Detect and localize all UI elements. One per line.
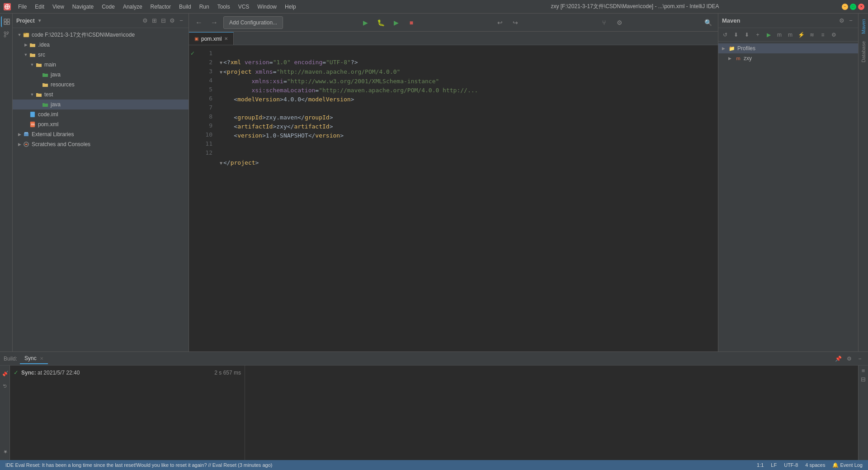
toolbar-run-with-coverage[interactable]: ▶ bbox=[390, 16, 402, 29]
tree-item-extlibs[interactable]: ▶External Libraries bbox=[13, 129, 189, 139]
minimize-button[interactable]: − bbox=[842, 4, 848, 10]
menu-item-edit[interactable]: Edit bbox=[31, 3, 48, 11]
sidebar-gear-icon[interactable]: ⚙ bbox=[169, 17, 176, 24]
close-button[interactable]: ✕ bbox=[858, 4, 864, 10]
status-line-sep[interactable]: LF bbox=[769, 462, 778, 468]
tree-item-main[interactable]: ▼main bbox=[13, 60, 189, 70]
maven-add-icon[interactable]: + bbox=[753, 30, 763, 40]
status-encoding[interactable]: UTF-8 bbox=[782, 462, 800, 468]
tree-item-idea[interactable]: ▶.idea bbox=[13, 40, 189, 50]
status-position[interactable]: 1:1 bbox=[755, 462, 765, 468]
toolbar-nav-forward[interactable]: → bbox=[208, 16, 221, 29]
toolbar-search[interactable]: 🔍 bbox=[702, 16, 714, 29]
pom-xml-tab-icon: ▣ bbox=[194, 36, 198, 41]
tree-arrow-code: ▼ bbox=[16, 32, 23, 38]
tree-item-codeiml[interactable]: code.iml bbox=[13, 109, 189, 119]
tree-arrow-extlibs: ▶ bbox=[16, 131, 23, 138]
add-configuration-button[interactable]: Add Configuration... bbox=[223, 16, 283, 29]
toolbar-vcs[interactable]: ⑂ bbox=[598, 16, 610, 29]
maven-zxy-item[interactable]: ▶ m zxy bbox=[718, 53, 858, 63]
maven-download-sources-icon[interactable]: ⬇ bbox=[731, 30, 741, 40]
git-activity-icon[interactable] bbox=[1, 29, 12, 40]
bottom-pin-icon[interactable]: 📌 bbox=[834, 354, 843, 363]
sync-tab[interactable]: Sync ✕ bbox=[20, 353, 48, 364]
tree-label-pomxml: pom.xml bbox=[38, 121, 58, 128]
project-activity-icon[interactable] bbox=[1, 16, 12, 27]
menu-item-vcs[interactable]: VCS bbox=[235, 3, 253, 11]
sidebar-expand-icon[interactable]: ⊞ bbox=[151, 17, 158, 24]
tree-item-resources[interactable]: resources bbox=[13, 80, 189, 90]
maven-right-tab[interactable]: Maven bbox=[859, 15, 868, 38]
toolbar-redo[interactable]: ↪ bbox=[509, 16, 522, 29]
favorites-vert-tab[interactable]: ★ bbox=[0, 445, 9, 458]
toolbar-stop-button[interactable]: ■ bbox=[405, 16, 418, 29]
maven-toggle-icon2[interactable]: ≡ bbox=[818, 30, 828, 40]
event-log-icon: 🔔 bbox=[832, 462, 839, 468]
menu-item-run[interactable]: Run bbox=[196, 3, 213, 11]
pom-xml-tab[interactable]: ▣ pom.xml ✕ bbox=[189, 32, 234, 45]
menu-item-refactor[interactable]: Refactor bbox=[147, 3, 175, 11]
tree-arrow-main: ▼ bbox=[29, 62, 35, 68]
sidebar-collapse-icon[interactable]: ⊟ bbox=[160, 17, 167, 24]
tree-item-code[interactable]: ▼code F:\2021-3-17文件\CSDN\Maven\code bbox=[13, 30, 189, 40]
maven-settings-btn[interactable]: ⚙ bbox=[829, 30, 839, 40]
sidebar-minimize-icon[interactable]: − bbox=[178, 17, 185, 24]
maven-download-all-icon[interactable]: ⬇ bbox=[742, 30, 752, 40]
database-right-tab[interactable]: Database bbox=[859, 38, 868, 66]
menu-item-view[interactable]: View bbox=[49, 3, 68, 11]
bottom-settings-icon[interactable]: ⚙ bbox=[844, 354, 854, 363]
toolbar-undo[interactable]: ↩ bbox=[494, 16, 506, 29]
tree-item-pomxml[interactable]: XMLpom.xml bbox=[13, 119, 189, 129]
toolbar-nav-back[interactable]: ← bbox=[193, 16, 205, 29]
tree-label-idea: .idea bbox=[38, 42, 50, 48]
sync-tab-close[interactable]: ✕ bbox=[40, 356, 43, 361]
menu-item-help[interactable]: Help bbox=[281, 3, 300, 11]
project-dropdown-icon[interactable]: ▼ bbox=[38, 18, 42, 23]
maximize-button[interactable]: □ bbox=[850, 4, 856, 10]
tree-icon-main bbox=[35, 61, 42, 68]
toolbar-debug-button[interactable]: 🐛 bbox=[374, 16, 387, 29]
svg-rect-13 bbox=[24, 133, 28, 136]
tree-item-src[interactable]: ▼src bbox=[13, 50, 189, 60]
menu-item-code[interactable]: Code bbox=[98, 3, 118, 11]
maven-settings-icon[interactable]: ⚙ bbox=[838, 17, 845, 24]
maven-profiles-item[interactable]: ▶ 📁 Profiles bbox=[718, 43, 858, 53]
svg-point-6 bbox=[4, 35, 6, 37]
svg-point-7 bbox=[7, 32, 9, 33]
event-log[interactable]: 🔔 Event Log bbox=[830, 462, 864, 468]
tree-arrow-java2 bbox=[35, 101, 42, 108]
tree-item-scratches[interactable]: ▶Scratches and Consoles bbox=[13, 139, 189, 149]
menu-item-analyze[interactable]: Analyze bbox=[119, 3, 146, 11]
tree-item-java[interactable]: java bbox=[13, 70, 189, 80]
menu-item-tools[interactable]: Tools bbox=[214, 3, 234, 11]
status-indent[interactable]: 4 spaces bbox=[803, 462, 827, 468]
maven-run-icon[interactable]: ▶ bbox=[764, 30, 774, 40]
refresh-vert-tab[interactable]: ↺ bbox=[0, 380, 9, 392]
build-right-icon1[interactable]: ≡ bbox=[862, 367, 865, 374]
tree-item-java2[interactable]: java bbox=[13, 100, 189, 109]
build-right-icon2[interactable]: ⊟ bbox=[861, 376, 866, 383]
bottom-minimize-icon[interactable]: − bbox=[855, 354, 864, 363]
maven-debug-icon[interactable]: m bbox=[774, 30, 784, 40]
toolbar-run-button[interactable]: ▶ bbox=[359, 16, 372, 29]
tree-label-code: code F:\2021-3-17文件\CSDN\Maven\code bbox=[32, 31, 135, 39]
sidebar-settings-icon[interactable]: ⚙ bbox=[142, 17, 149, 24]
menu-item-navigate[interactable]: Navigate bbox=[69, 3, 97, 11]
maven-run-verbose-icon[interactable]: m bbox=[785, 30, 795, 40]
maven-toggle-offline-icon[interactable]: ≋ bbox=[807, 30, 817, 40]
tree-icon-java2 bbox=[42, 101, 49, 108]
sync-status-row: ✓ Sync: at 2021/5/7 22:40 2 s 657 ms bbox=[14, 368, 241, 377]
maven-refresh-icon[interactable]: ↺ bbox=[720, 30, 730, 40]
pom-xml-tab-close[interactable]: ✕ bbox=[224, 36, 228, 41]
status-message[interactable]: IDE Eval Reset: It has been a long time … bbox=[4, 462, 274, 468]
tree-item-test[interactable]: ▼test bbox=[13, 90, 189, 100]
tree-icon-code bbox=[23, 31, 30, 38]
menu-item-file[interactable]: File bbox=[14, 3, 30, 11]
tree-label-test: test bbox=[44, 91, 53, 98]
maven-minimize-icon[interactable]: − bbox=[847, 17, 854, 24]
menu-item-build[interactable]: Build bbox=[175, 3, 195, 11]
menu-item-window[interactable]: Window bbox=[254, 3, 280, 11]
toolbar-settings[interactable]: ⚙ bbox=[613, 16, 626, 29]
maven-skip-tests-icon[interactable]: ⚡ bbox=[796, 30, 806, 40]
pin-vert-tab[interactable]: 📌 bbox=[0, 367, 9, 380]
